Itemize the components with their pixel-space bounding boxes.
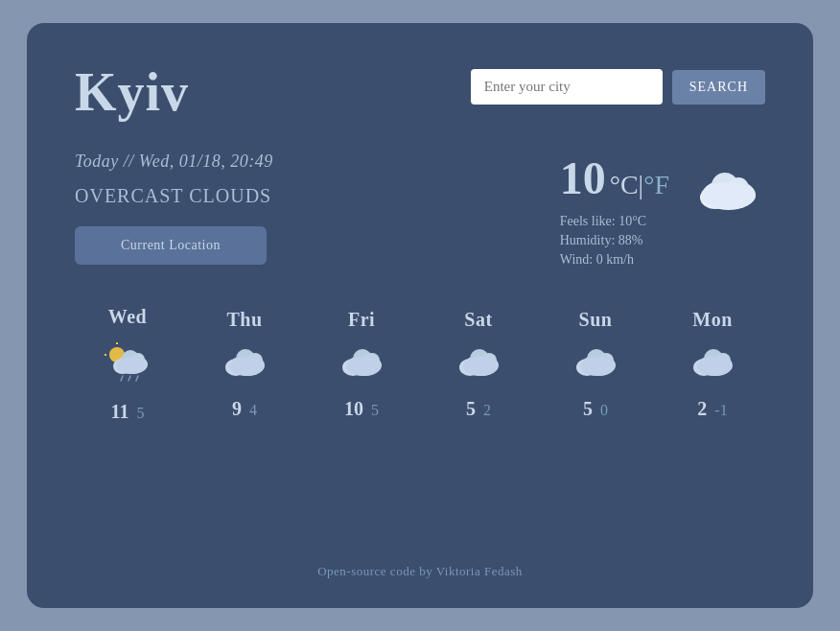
forecast-temps-fri: 10 5 (344, 398, 379, 420)
forecast-temps-sun: 5 0 (583, 398, 608, 420)
temperature-details: 10 °C|°F Feels like: 10°C Humidity: 88% … (560, 152, 669, 268)
forecast-low-mon: -1 (714, 402, 727, 419)
footer-text: Open-source code by Viktoria Fedash (317, 564, 523, 578)
forecast-high-sun: 5 (583, 398, 593, 420)
current-weather-icon (688, 161, 765, 228)
forecast-day-name-fri: Fri (348, 309, 375, 331)
temperature-value: 10 (560, 152, 606, 204)
top-section: Kyiv Search (75, 61, 765, 123)
svg-point-14 (116, 357, 147, 374)
forecast-icon-sun (572, 344, 619, 385)
forecast-day-wed: Wed (75, 306, 180, 423)
forecast-high-fri: 10 (344, 398, 363, 420)
forecast-low-sat: 2 (483, 402, 491, 419)
forecast-icon-wed (104, 341, 152, 387)
temperature-units: °C|°F (610, 170, 669, 200)
humidity: Humidity: 88% (560, 233, 669, 248)
svg-line-17 (136, 376, 138, 381)
forecast-low-fri: 5 (371, 402, 379, 419)
svg-point-27 (346, 357, 381, 376)
svg-point-32 (463, 357, 498, 376)
forecast-low-sun: 0 (600, 402, 608, 419)
forecast-day-name-thu: Thu (226, 309, 262, 331)
svg-line-15 (121, 376, 123, 381)
weather-stats: Feels like: 10°C Humidity: 88% Wind: 0 k… (560, 214, 669, 268)
svg-point-42 (697, 357, 732, 376)
forecast-low-thu: 4 (249, 402, 257, 419)
forecast-high-wed: 11 (111, 401, 129, 423)
forecast-low-wed: 5 (136, 405, 144, 422)
forecast-day-fri: Fri 10 5 (309, 309, 414, 420)
search-input[interactable] (471, 69, 663, 105)
svg-point-4 (702, 182, 756, 209)
forecast-high-sat: 5 (466, 398, 476, 420)
svg-point-22 (229, 357, 264, 376)
forecast-day-mon: Mon 2 -1 (660, 309, 765, 420)
forecast-day-thu: Thu 9 4 (192, 309, 297, 420)
date-line: Today // Wed, 01/18, 20:49 (75, 152, 273, 172)
forecast-temps-thu: 9 4 (232, 398, 257, 420)
forecast-section: Wed (75, 306, 765, 423)
forecast-day-name-sat: Sat (464, 309, 492, 331)
forecast-icon-fri (338, 344, 385, 385)
forecast-icon-thu (221, 344, 268, 385)
search-button[interactable]: Search (672, 70, 765, 105)
app-container: Kyiv Search Today // Wed, 01/18, 20:49 o… (27, 23, 813, 608)
footer: Open-source code by Viktoria Fedash (75, 535, 765, 579)
middle-section: Today // Wed, 01/18, 20:49 overcast clou… (75, 152, 765, 268)
forecast-day-sun: Sun 5 0 (543, 309, 648, 420)
fahrenheit-unit[interactable]: °F (643, 170, 669, 199)
svg-line-16 (128, 376, 130, 381)
forecast-icon-mon (688, 344, 736, 385)
forecast-day-name-sun: Sun (579, 309, 613, 331)
weather-description: overcast clouds (75, 185, 273, 207)
forecast-temps-sat: 5 2 (466, 398, 491, 420)
forecast-day-name-mon: Mon (692, 309, 733, 331)
celsius-unit[interactable]: °C (610, 170, 639, 199)
right-info: 10 °C|°F Feels like: 10°C Humidity: 88% … (560, 152, 765, 268)
temperature-display: 10 °C|°F (560, 152, 669, 204)
feels-like: Feels like: 10°C (560, 214, 669, 229)
city-title: Kyiv (75, 61, 189, 123)
forecast-day-sat: Sat 5 2 (426, 309, 531, 420)
search-area: Search (471, 69, 765, 105)
forecast-day-name-wed: Wed (108, 306, 147, 328)
forecast-high-thu: 9 (232, 398, 242, 420)
current-location-button[interactable]: Current location (75, 226, 267, 265)
forecast-temps-wed: 11 5 (111, 401, 145, 423)
wind: Wind: 0 km/h (560, 252, 669, 268)
forecast-high-mon: 2 (697, 398, 707, 420)
forecast-temps-mon: 2 -1 (697, 398, 727, 420)
left-info: Today // Wed, 01/18, 20:49 overcast clou… (75, 152, 273, 265)
svg-point-37 (580, 357, 615, 376)
forecast-icon-sat (455, 344, 502, 385)
